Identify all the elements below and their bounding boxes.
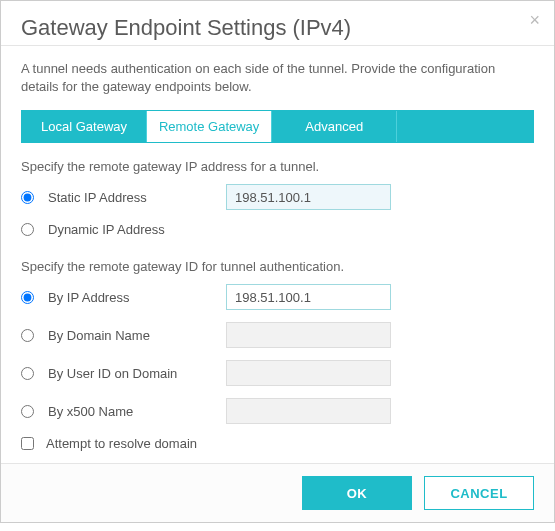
gateway-endpoint-dialog: Gateway Endpoint Settings (IPv4) × A tun…: [0, 0, 555, 523]
ip-section-prompt: Specify the remote gateway IP address fo…: [21, 159, 534, 174]
static-ip-radio[interactable]: [21, 191, 34, 204]
by-userid-row: By User ID on Domain: [21, 360, 534, 386]
tabs-bar: Local Gateway Remote Gateway Advanced: [21, 110, 534, 143]
by-ip-row: By IP Address: [21, 284, 534, 310]
dialog-body: A tunnel needs authentication on each si…: [1, 46, 554, 463]
dynamic-ip-label[interactable]: Dynamic IP Address: [48, 222, 165, 237]
by-domain-radio[interactable]: [21, 329, 34, 342]
by-x500-label[interactable]: By x500 Name: [48, 404, 133, 419]
resolve-domain-label[interactable]: Attempt to resolve domain: [46, 436, 197, 451]
by-x500-input: [226, 398, 391, 424]
by-x500-row: By x500 Name: [21, 398, 534, 424]
dynamic-ip-row: Dynamic IP Address: [21, 222, 534, 237]
dialog-description: A tunnel needs authentication on each si…: [21, 60, 534, 96]
by-domain-row: By Domain Name: [21, 322, 534, 348]
tab-local-gateway[interactable]: Local Gateway: [22, 111, 147, 142]
by-x500-radio[interactable]: [21, 405, 34, 418]
dialog-title: Gateway Endpoint Settings (IPv4): [21, 15, 534, 41]
resolve-domain-checkbox[interactable]: [21, 437, 34, 450]
dialog-header: Gateway Endpoint Settings (IPv4) ×: [1, 1, 554, 46]
static-ip-label[interactable]: Static IP Address: [48, 190, 147, 205]
by-userid-input: [226, 360, 391, 386]
cancel-button[interactable]: CANCEL: [424, 476, 534, 510]
ok-button[interactable]: OK: [302, 476, 412, 510]
by-ip-label[interactable]: By IP Address: [48, 290, 129, 305]
by-userid-label[interactable]: By User ID on Domain: [48, 366, 177, 381]
by-domain-label[interactable]: By Domain Name: [48, 328, 150, 343]
by-ip-radio[interactable]: [21, 291, 34, 304]
resolve-domain-row: Attempt to resolve domain: [21, 436, 534, 451]
tab-advanced[interactable]: Advanced: [272, 111, 397, 142]
static-ip-input[interactable]: [226, 184, 391, 210]
dynamic-ip-radio[interactable]: [21, 223, 34, 236]
by-userid-radio[interactable]: [21, 367, 34, 380]
static-ip-row: Static IP Address: [21, 184, 534, 210]
tab-spacer: [397, 111, 533, 142]
close-icon[interactable]: ×: [529, 11, 540, 29]
dialog-footer: OK CANCEL: [1, 463, 554, 522]
by-ip-input[interactable]: [226, 284, 391, 310]
by-domain-input: [226, 322, 391, 348]
tab-remote-gateway[interactable]: Remote Gateway: [147, 111, 272, 142]
id-section-prompt: Specify the remote gateway ID for tunnel…: [21, 259, 534, 274]
